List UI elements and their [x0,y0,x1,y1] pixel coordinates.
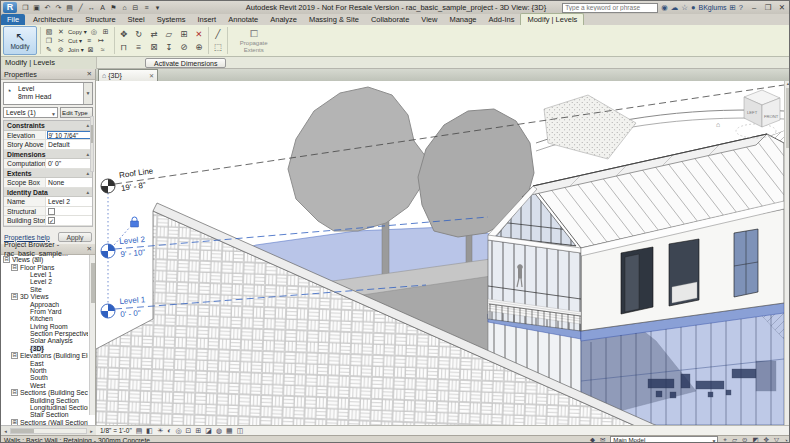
activate-dimensions-button[interactable]: Activate Dimensions [145,58,226,68]
match-type-icon[interactable]: ▧ [44,27,54,36]
favorites-icon[interactable]: ☆ [681,3,688,12]
close-button[interactable]: ✕ [777,3,787,12]
filter-icon[interactable]: ▽ [774,436,779,443]
tag-icon[interactable]: ⚑ [108,2,119,13]
text-note-icon[interactable]: A [97,2,108,13]
viewcube[interactable]: LEFT FRONT ⌂ [716,90,780,138]
tree-item-building-section[interactable]: Building Section [1,396,88,403]
property-row-structural[interactable]: Structural [4,207,92,217]
measure-tool-icon[interactable]: ╱ [212,29,224,40]
tree-item-elevations[interactable]: ⊟Elevations (Building Elevation [1,352,88,359]
tree-item-views-all[interactable]: ⊟Views (all) [1,256,88,263]
unjoin-icon[interactable]: ⊘ [56,45,66,54]
collapse-icon[interactable]: ⊟ [3,256,10,263]
crop-view-icon[interactable]: ⊡ [186,426,192,436]
viewcube-home-icon[interactable]: ⌂ [716,121,720,128]
minimize-button[interactable]: – [749,3,759,12]
tree-item-stair-section[interactable]: Stair Section [1,411,88,418]
print-icon[interactable]: ▤ [64,2,75,13]
user-icon[interactable]: ● [691,3,696,12]
tab-file[interactable]: File [1,14,25,25]
copy-button[interactable]: Copy ▾ [68,28,87,35]
group-header-identity-data[interactable]: Identity Data▴ [4,188,92,198]
tab-collaborate[interactable]: Collaborate [365,14,415,25]
close-icon[interactable]: ✕ [87,70,92,78]
tab-massing-site[interactable]: Massing & Site [303,14,365,25]
selection-filter-dropdown[interactable]: Levels (1) ▼ [3,107,58,118]
tree-item-3d-active-view[interactable]: {3D} [1,345,88,352]
tree-item-level-2[interactable]: Level 2 [1,278,88,285]
property-row-scope-box[interactable]: Scope Box None [4,178,92,188]
render-icon[interactable]: ◎ [175,426,181,436]
tab-add-ins[interactable]: Add-Ins [483,14,521,25]
group-header-constraints[interactable]: Constraints▴ [4,121,92,131]
show-crop-icon[interactable]: ⊞ [195,426,201,436]
properties-header[interactable]: Properties ✕ [1,69,95,80]
temporary-hide-isolate-icon[interactable]: ◪ [205,426,212,436]
align-small-icon[interactable]: ≡ [84,36,94,45]
tree-item-solar-analysis[interactable]: Solar Analysis [1,337,88,344]
save-icon[interactable]: ▣ [31,2,42,13]
aligned-dimension-icon[interactable]: ↔ [86,2,97,13]
select-links-icon[interactable]: ⌖ [723,436,727,443]
viewcube-compass[interactable] [736,124,776,138]
tab-analyze[interactable]: Analyze [264,14,303,25]
split-icon[interactable]: ⊠ [148,42,160,53]
elevation-edit-field[interactable]: 9' 10 7/64" [47,131,92,139]
close-icon[interactable]: ✕ [87,245,92,253]
move-icon[interactable]: ✥ [118,29,130,40]
tree-item-approach[interactable]: Approach [1,300,88,307]
structural-checkbox[interactable] [48,208,55,215]
join-button[interactable]: Join ▾ [68,46,84,53]
tree-item-level-1[interactable]: Level 1 [1,271,88,278]
array-icon[interactable]: ▱ [163,29,175,40]
lock-icon[interactable] [131,217,139,227]
scroll-right-icon[interactable]: ▸ [87,428,96,434]
tree-item-section-perspective[interactable]: Section Perspective [1,330,88,337]
shadows-icon[interactable]: ◐ [167,426,171,436]
tree-item-longitudinal-section[interactable]: Longitudinal Section [1,404,88,411]
tree-item-from-yard[interactable]: From Yard [1,308,88,315]
move-small-icon[interactable]: ↦ [96,36,106,45]
view-tab-3d[interactable]: ⌂ {3D} ✕ [98,69,158,81]
paste-icon[interactable]: ❐ [44,36,54,45]
split-small-icon[interactable]: ⊠ [86,45,96,54]
browser-vertical-scrollbar[interactable] [89,255,95,415]
tree-item-3d-views[interactable]: ⊟3D Views [1,293,88,300]
default-3d-view-icon[interactable]: ⌂ [119,2,130,13]
active-workset-dropdown[interactable]: Main Model ▼ [610,436,718,443]
modify-button[interactable]: ↖ Modify [3,26,37,55]
tab-structure[interactable]: Structure [79,14,121,25]
edit-icon[interactable]: ✎ [44,45,54,54]
cut-button[interactable]: Cut ▾ [68,37,82,44]
array-small-icon[interactable]: ⊞ [101,27,111,36]
unpin-icon[interactable]: ⊘ [178,42,190,53]
open-icon[interactable]: ❐ [20,2,31,13]
delete-icon[interactable]: ✕ [193,29,205,40]
background-processes-icon[interactable]: ◔ [784,437,788,443]
drag-on-selection-icon[interactable]: ✥ [764,436,769,443]
3d-view-canvas[interactable]: LEFT FRONT ⌂ Roof Line 19' - 8" Level 2 [96,81,784,425]
tree-item-east[interactable]: East [1,359,88,366]
tab-view[interactable]: View [415,14,443,25]
editing-requests-icon[interactable]: ✉ [600,436,605,443]
visual-style-icon[interactable]: ◧ [146,426,153,436]
property-row-computation-height[interactable]: Computation H... 0' 0" [4,159,92,169]
tab-annotate[interactable]: Annotate [222,14,264,25]
search-binoculars-icon[interactable]: ◉ [661,3,668,12]
help-icon[interactable]: ? [739,3,743,12]
edit-type-button[interactable]: Edit Type [60,107,93,118]
pin-icon[interactable]: ⊕ [193,42,205,53]
project-browser-header[interactable]: Project Browser - rac_basic_sample... ✕ [1,244,95,255]
building-story-checkbox[interactable]: ✓ [48,217,55,224]
tab-modify-levels[interactable]: Modify | Levels [520,13,584,25]
select-by-face-icon[interactable]: ◩ [752,436,758,443]
delete-small-icon[interactable]: ✕ [56,27,66,36]
worksharing-display-icon[interactable]: ◫ [237,426,244,436]
tab-manage[interactable]: Manage [443,14,482,25]
cut-icon[interactable]: ✂ [56,36,66,45]
wave-icon[interactable]: ≈ [98,45,108,54]
view-scale-button[interactable]: 1/8" = 1'-0" [100,427,132,434]
tree-item-floor-plans[interactable]: ⊟Floor Plans [1,263,88,270]
chevron-down-icon[interactable]: ▼ [83,83,92,104]
